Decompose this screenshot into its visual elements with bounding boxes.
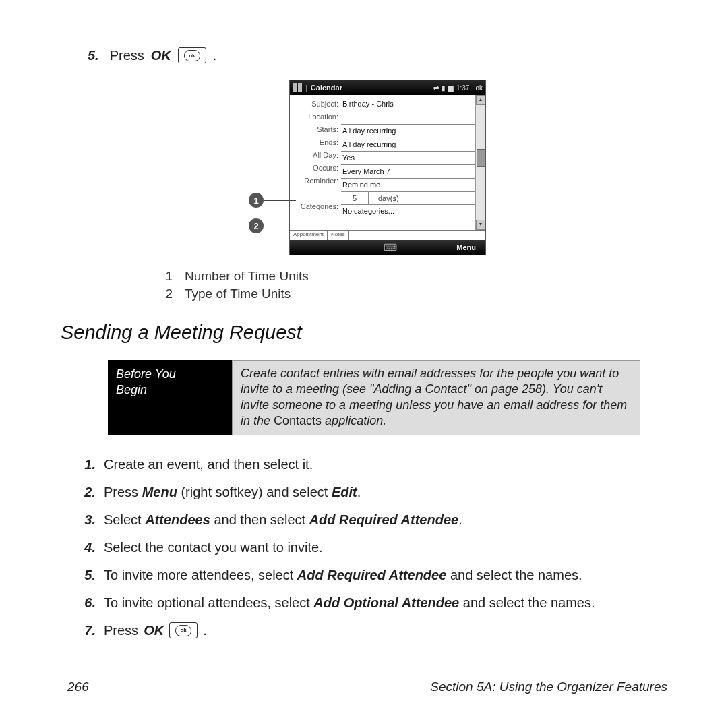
step-1-text: Create an event, and then select it. xyxy=(104,456,313,474)
value-reminder[interactable]: Remind me xyxy=(341,179,475,192)
step-5-press-ok: 5. Press OK ok . xyxy=(67,47,667,63)
step-3-num: 3. xyxy=(81,511,96,529)
phone-screenshot: | Calendar ⇄ ▮ ▆ 1:37 ok Subject: Locati… xyxy=(289,80,486,255)
step-4: 4. Select the contact you want to invite… xyxy=(81,539,667,557)
value-starts[interactable]: All day recurring xyxy=(341,125,475,138)
ok-key-icon: ok xyxy=(178,47,206,63)
status-icons: ⇄ ▮ ▆ 1:37 xyxy=(433,84,469,92)
legend-1-text: Number of Time Units xyxy=(185,269,309,284)
step-5: 5. To invite more attendees, select Add … xyxy=(81,566,667,584)
screenshot-block: 1 2 | Calendar ⇄ ▮ ▆ 1:37 xyxy=(67,80,667,255)
step-6-text: To invite optional attendees, select Add… xyxy=(104,594,595,612)
clock-text: 1:37 xyxy=(456,84,469,92)
step-3: 3. Select Attendees and then select Add … xyxy=(81,511,667,529)
titlebar-title: Calendar xyxy=(311,84,342,92)
byb-text-c: application. xyxy=(325,414,386,427)
page-number: 266 xyxy=(67,679,89,694)
step-7: 7. Press OK ok . xyxy=(81,621,667,640)
tab-appointment[interactable]: Appointment xyxy=(290,231,328,240)
step-2-num: 2. xyxy=(81,483,96,502)
value-reminder-unit[interactable]: day(s) xyxy=(369,192,475,205)
scroll-down-icon[interactable]: ▾ xyxy=(476,220,485,230)
label-starts: Starts: xyxy=(290,123,341,136)
scroll-thumb[interactable] xyxy=(477,149,485,167)
before-you-begin-box: Before You Begin Create contact entries … xyxy=(108,360,640,435)
scrollbar[interactable]: ▴ ▾ xyxy=(475,95,485,230)
step-period: . xyxy=(213,48,217,63)
value-ends[interactable]: All day recurring xyxy=(341,138,475,152)
labels-column: Subject: Location: Starts: Ends: All Day… xyxy=(290,95,341,230)
ok-key-inner: ok xyxy=(184,50,200,61)
ok-key-icon: ok xyxy=(169,622,198,638)
label-occurs: Occurs: xyxy=(290,162,341,175)
legend-2-text: Type of Time Units xyxy=(185,286,291,301)
step-5-num: 5. xyxy=(81,566,96,584)
phone-softbar: ⌨ Menu xyxy=(290,240,485,255)
keyboard-icon[interactable]: ⌨ xyxy=(324,242,456,253)
byb-label-line1: Before You xyxy=(116,367,176,381)
callout-column: 1 2 xyxy=(249,80,289,248)
callout-2: 2 xyxy=(249,218,264,233)
label-subject: Subject: xyxy=(290,98,341,111)
softkey-menu[interactable]: Menu xyxy=(456,243,485,251)
battery-icon: ▆ xyxy=(448,84,454,92)
step-5-text: To invite more attendees, select Add Req… xyxy=(104,566,582,584)
legend-1-num: 1 xyxy=(162,269,173,284)
step-4-num: 4. xyxy=(81,539,96,557)
section-label: Section 5A: Using the Organizer Features xyxy=(430,679,667,694)
sync-icon: ⇄ xyxy=(433,84,439,92)
step-text-ok: OK xyxy=(151,48,171,63)
value-location[interactable] xyxy=(341,111,475,125)
ok-key-inner: ok xyxy=(175,625,191,636)
value-subject[interactable]: Birthday - Chris xyxy=(341,98,475,111)
label-location: Location: xyxy=(290,111,341,123)
label-ends: Ends: xyxy=(290,136,341,149)
byb-label-line2: Begin xyxy=(116,383,147,396)
label-allday: All Day: xyxy=(290,149,341,162)
value-categories[interactable]: No categories... xyxy=(341,205,475,218)
tab-notes[interactable]: Notes xyxy=(328,231,349,240)
step-2: 2. Press Menu (right softkey) and select… xyxy=(81,483,667,502)
step-3-text: Select Attendees and then select Add Req… xyxy=(104,511,462,529)
start-flag-icon[interactable] xyxy=(293,83,302,92)
step-number: 5. xyxy=(88,48,99,63)
step-7-text: Press OK ok . xyxy=(104,621,207,640)
page-footer: 266 Section 5A: Using the Organizer Feat… xyxy=(67,679,667,694)
step-7-num: 7. xyxy=(81,621,96,640)
step-text-press: Press xyxy=(110,48,144,63)
label-reminder-blank xyxy=(290,187,341,200)
callout-1: 1 xyxy=(249,193,264,208)
phone-body: Subject: Location: Starts: Ends: All Day… xyxy=(290,95,485,230)
phone-titlebar: | Calendar ⇄ ▮ ▆ 1:37 ok xyxy=(290,80,485,95)
step-4-text: Select the contact you want to invite. xyxy=(104,539,323,557)
step-6: 6. To invite optional attendees, select … xyxy=(81,594,667,612)
byb-text-b: Contacts xyxy=(274,414,322,427)
value-allday[interactable]: Yes xyxy=(341,152,475,165)
step-2-text: Press Menu (right softkey) and select Ed… xyxy=(104,483,361,502)
value-reminder-number[interactable]: 5 xyxy=(341,192,369,205)
byb-text: Create contact entries with email addres… xyxy=(232,360,640,435)
step-1: 1. Create an event, and then select it. xyxy=(81,456,667,474)
callout-legend: 1 Number of Time Units 2 Type of Time Un… xyxy=(162,269,667,301)
titlebar-ok-button[interactable]: ok xyxy=(475,84,483,92)
scroll-up-icon[interactable]: ▴ xyxy=(476,95,485,105)
values-column: Birthday - Chris All day recurring All d… xyxy=(341,95,475,230)
signal-icon: ▮ xyxy=(442,84,446,92)
section-heading: Sending a Meeting Request xyxy=(61,322,667,344)
byb-label: Before You Begin xyxy=(108,360,232,435)
step-6-num: 6. xyxy=(81,594,96,612)
value-occurs[interactable]: Every March 7 xyxy=(341,165,475,179)
step-1-num: 1. xyxy=(81,456,96,474)
legend-2-num: 2 xyxy=(162,286,173,301)
label-reminder: Reminder: xyxy=(290,175,341,187)
instruction-steps: 1. Create an event, and then select it. … xyxy=(81,456,667,640)
phone-tabs: Appointment Notes xyxy=(290,230,485,240)
label-categories: Categories: xyxy=(290,200,341,213)
